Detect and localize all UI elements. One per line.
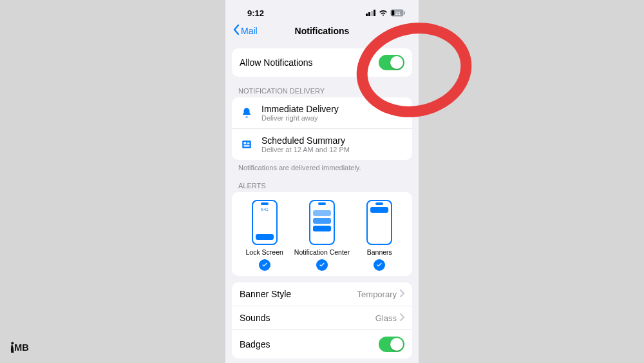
alert-settings-group: Banner Style Temporary Sounds Glass Badg… [232,282,412,358]
svg-rect-5 [404,12,405,15]
bell-icon [240,107,254,119]
svg-rect-10 [247,142,250,142]
alert-lock-label: Lock Screen [245,248,283,256]
lock-screen-preview: 9:41 [252,200,278,245]
immediate-sub: Deliver right away [261,114,339,122]
watermark-logo: MB [8,340,31,355]
back-label: Mail [241,26,258,36]
preview-time: 9:41 [253,208,276,211]
back-button[interactable]: Mail [233,25,258,37]
immediate-delivery-row[interactable]: Immediate Delivery Deliver right away [232,97,412,128]
newspaper-icon [240,139,254,150]
alert-banners-label: Banners [367,248,392,256]
banners-preview [366,200,392,245]
allow-section: Allow Notifications [232,48,412,77]
alert-lock-check[interactable] [259,259,270,271]
allow-label: Allow Notifications [240,57,313,68]
svg-point-14 [11,342,14,344]
sounds-value: Glass [375,313,397,323]
alert-lock-screen[interactable]: 9:41 Lock Screen [236,200,293,271]
banner-style-value: Temporary [357,289,397,299]
immediate-title: Immediate Delivery [261,104,339,114]
status-bar: 9:12 21 [225,0,419,21]
svg-rect-8 [242,141,251,148]
svg-rect-13 [244,146,250,147]
battery-icon: 21 [390,9,406,17]
badges-toggle[interactable] [379,337,404,352]
alerts-card: 9:41 Lock Screen Notification Center [232,192,412,276]
cellular-icon [366,8,376,18]
scheduled-sub: Deliver at 12 AM and 12 PM [261,146,350,153]
delivery-header: NOTIFICATION DELIVERY [238,87,406,95]
nav-bar: Mail Notifications [225,21,419,42]
alert-center-check[interactable] [316,259,328,271]
chevron-left-icon [233,25,240,37]
svg-rect-6 [392,10,394,15]
scheduled-summary-row[interactable]: Scheduled Summary Deliver at 12 AM and 1… [232,128,412,160]
svg-rect-2 [371,11,373,16]
chevron-right-icon [399,313,404,323]
check-icon [395,108,404,119]
badges-row: Badges [232,329,412,358]
svg-rect-12 [244,145,250,146]
delivery-footer: Notifications are delivered immediately. [238,164,406,172]
svg-rect-11 [247,143,250,144]
badges-label: Badges [240,339,270,349]
banner-style-label: Banner Style [240,289,291,299]
center-preview [309,200,335,245]
banner-style-row[interactable]: Banner Style Temporary [232,282,412,306]
scheduled-title: Scheduled Summary [261,135,350,146]
delivery-group: Immediate Delivery Deliver right away Sc… [232,97,412,160]
svg-text:MB: MB [14,342,29,353]
svg-rect-1 [368,12,370,16]
svg-rect-3 [374,10,375,16]
phone-frame: 9:12 21 Mail Notifications Allow Notific… [225,0,419,363]
wifi-icon [379,8,388,18]
status-time: 9:12 [247,8,264,18]
alert-notification-center[interactable]: Notification Center [294,200,350,271]
svg-text:21: 21 [395,11,401,15]
alert-banners[interactable]: Banners [351,200,408,271]
status-right: 21 [366,8,406,18]
logo-icon: MB [8,340,31,355]
alert-center-label: Notification Center [294,248,350,256]
allow-notifications-row: Allow Notifications [232,48,412,77]
allow-notifications-toggle[interactable] [379,55,404,70]
alert-banners-check[interactable] [374,259,385,271]
svg-rect-0 [366,14,368,16]
sounds-row[interactable]: Sounds Glass [232,306,412,329]
svg-rect-9 [244,142,247,144]
sounds-label: Sounds [240,313,270,323]
alerts-header: ALERTS [238,182,406,190]
chevron-right-icon [399,289,404,299]
